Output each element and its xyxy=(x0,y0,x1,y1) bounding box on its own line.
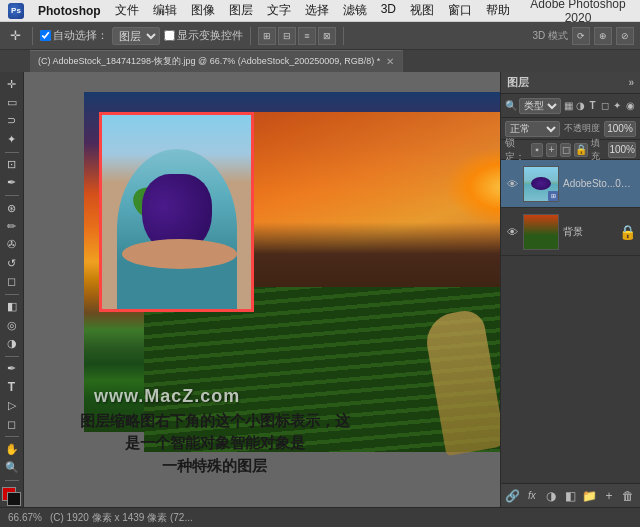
zoom-btn[interactable]: 🔍 xyxy=(2,459,22,475)
layer-visibility-smart[interactable]: 👁 xyxy=(505,177,519,191)
menu-text[interactable]: 文字 xyxy=(267,2,291,19)
brush-btn[interactable]: ✏ xyxy=(2,218,22,234)
background-color[interactable] xyxy=(7,492,21,506)
heal-brush-btn[interactable]: ⊛ xyxy=(2,200,22,216)
filter-toggle[interactable]: ◉ xyxy=(626,98,636,114)
align-center-icon[interactable]: ⊟ xyxy=(278,27,296,45)
auto-select-checkbox[interactable] xyxy=(40,30,51,41)
align-left-icon[interactable]: ⊞ xyxy=(258,27,276,45)
menu-edit[interactable]: 编辑 xyxy=(153,2,177,19)
lock-position-btn[interactable]: + xyxy=(546,143,557,157)
type-btn[interactable]: T xyxy=(2,379,22,395)
smart-object-icon: ⊞ xyxy=(548,191,558,201)
dodge-btn[interactable]: ◑ xyxy=(2,336,22,352)
layer-fx-btn[interactable]: fx xyxy=(524,488,539,504)
delete-layer-btn[interactable]: 🗑 xyxy=(621,488,636,504)
new-layer-btn[interactable]: + xyxy=(601,488,616,504)
3d-rotate-icon[interactable]: ⟳ xyxy=(572,27,590,45)
menu-select[interactable]: 选择 xyxy=(305,2,329,19)
menu-layer[interactable]: 图层 xyxy=(229,2,253,19)
lasso-tool-btn[interactable]: ⊃ xyxy=(2,113,22,129)
background-lock-icon: 🔒 xyxy=(619,224,636,240)
lock-all-btn[interactable]: 🔒 xyxy=(574,143,588,157)
layer-visibility-bg[interactable]: 👁 xyxy=(505,225,519,239)
history-brush-btn[interactable]: ↺ xyxy=(2,255,22,271)
crop-tool-btn[interactable]: ⊡ xyxy=(2,156,22,172)
app-icon: Ps xyxy=(8,3,24,19)
marquee-tool-btn[interactable]: ▭ xyxy=(2,94,22,110)
gradient-btn[interactable]: ◧ xyxy=(2,299,22,315)
3d-pan-icon[interactable]: ⊕ xyxy=(594,27,612,45)
caption-area: 图层缩略图右下角的这个小图标表示，这是一个智能对象智能对象是 一种特殊的图层 xyxy=(74,410,355,478)
filter-shape-icon[interactable]: ◻ xyxy=(600,98,610,114)
layer-mask-btn[interactable]: ◑ xyxy=(544,488,559,504)
auto-select-dropdown[interactable]: 图层 xyxy=(112,27,160,45)
menu-items: 文件 编辑 图像 图层 文字 选择 滤镜 3D 视图 窗口 帮助 xyxy=(115,2,510,19)
hand-btn[interactable]: ✋ xyxy=(2,441,22,457)
move-tool-icon[interactable]: ✛ xyxy=(6,25,25,47)
tool-sep-4 xyxy=(5,356,19,357)
filter-adj-icon[interactable]: ◑ xyxy=(575,98,585,114)
filter-icon: 🔍 xyxy=(505,100,517,111)
menu-image[interactable]: 图像 xyxy=(191,2,215,19)
new-adjustment-btn[interactable]: ◧ xyxy=(563,488,578,504)
watermark: www.MacZ.com xyxy=(94,386,240,407)
link-layers-btn[interactable]: 🔗 xyxy=(505,488,520,504)
window-title: Adobe Photoshop 2020 xyxy=(524,0,632,25)
layer-name-bg: 背景 xyxy=(563,225,613,239)
portrait-hands xyxy=(122,239,237,269)
doc-tab-active[interactable]: (C) AdobeStock_184741298-恢复的.jpg @ 66.7%… xyxy=(30,50,403,72)
menu-window[interactable]: 窗口 xyxy=(448,2,472,19)
move-tool-btn[interactable]: ✛ xyxy=(2,76,22,92)
fill-value[interactable]: 100% xyxy=(608,142,636,158)
show-transform-label: 显示变换控件 xyxy=(177,28,243,43)
clone-stamp-btn[interactable]: ✇ xyxy=(2,237,22,253)
auto-select-label: 自动选择： xyxy=(53,28,108,43)
magic-wand-btn[interactable]: ✦ xyxy=(2,131,22,147)
doc-tab-bar: (C) AdobeStock_184741298-恢复的.jpg @ 66.7%… xyxy=(0,50,640,72)
lock-artboards-btn[interactable]: ◻ xyxy=(560,143,571,157)
doc-tab-close-btn[interactable]: ✕ xyxy=(386,56,394,67)
layer-item-background[interactable]: 👁 背景 🔒 xyxy=(501,208,640,256)
main-area: ✛ ▭ ⊃ ✦ ⊡ ✒ ⊛ ✏ ✇ ↺ ◻ ◧ ◎ ◑ ✒ T ▷ ◻ ✋ 🔍 xyxy=(0,72,640,507)
canvas-area: www.MacZ.com 图层缩略图右下角的这个小图标表示，这是一个智能对象智能… xyxy=(24,72,500,507)
eraser-btn[interactable]: ◻ xyxy=(2,274,22,290)
lock-pixels-btn[interactable]: ▪ xyxy=(531,143,542,157)
pen-btn[interactable]: ✒ xyxy=(2,361,22,377)
auto-select-container: 自动选择： xyxy=(40,28,108,43)
menu-help[interactable]: 帮助 xyxy=(486,2,510,19)
new-group-btn[interactable]: 📁 xyxy=(582,488,597,504)
distribute-icon[interactable]: ⊠ xyxy=(318,27,336,45)
layer-thumbnail-smart: ⊞ xyxy=(523,166,559,202)
layer-thumb-landscape-bg xyxy=(524,215,558,249)
panel-expand-btn[interactable]: » xyxy=(628,77,634,88)
menu-3d[interactable]: 3D xyxy=(381,2,396,19)
menu-filter[interactable]: 滤镜 xyxy=(343,2,367,19)
tool-sep-3 xyxy=(5,294,19,295)
3d-zoom-icon[interactable]: ⊘ xyxy=(616,27,634,45)
toolbar-separator-3 xyxy=(343,27,344,45)
align-right-icon[interactable]: ≡ xyxy=(298,27,316,45)
color-swatches xyxy=(2,487,22,503)
app-name: Photoshop xyxy=(38,4,101,18)
blend-mode-select[interactable]: 正常 xyxy=(505,121,560,137)
layers-panel: 🔍 类型 ▦ ◑ T ◻ ✦ ◉ 正常 不透明度 100% xyxy=(501,94,640,507)
layer-type-filter[interactable]: 类型 xyxy=(519,98,561,114)
shape-btn[interactable]: ◻ xyxy=(2,416,22,432)
menu-view[interactable]: 视图 xyxy=(410,2,434,19)
menu-file[interactable]: 文件 xyxy=(115,2,139,19)
portrait-layer xyxy=(99,112,254,312)
blur-btn[interactable]: ◎ xyxy=(2,317,22,333)
path-selection-btn[interactable]: ▷ xyxy=(2,398,22,414)
filter-text-icon[interactable]: T xyxy=(587,98,597,114)
layer-item-smart[interactable]: 👁 ⊞ AdobeSto...00250009 xyxy=(501,160,640,208)
show-transform-checkbox[interactable] xyxy=(164,30,175,41)
filter-pixel-icon[interactable]: ▦ xyxy=(563,98,573,114)
layers-filter-bar: 🔍 类型 ▦ ◑ T ◻ ✦ ◉ xyxy=(501,94,640,118)
opacity-value[interactable]: 100% xyxy=(604,121,636,137)
left-toolbar: ✛ ▭ ⊃ ✦ ⊡ ✒ ⊛ ✏ ✇ ↺ ◻ ◧ ◎ ◑ ✒ T ▷ ◻ ✋ 🔍 xyxy=(0,72,24,507)
caption-line1: 图层缩略图右下角的这个小图标表示，这是一个智能对象智能对象是 xyxy=(74,410,355,455)
filter-smart-icon[interactable]: ✦ xyxy=(612,98,622,114)
eyedropper-btn[interactable]: ✒ xyxy=(2,175,22,191)
opacity-label: 不透明度 xyxy=(564,122,600,135)
